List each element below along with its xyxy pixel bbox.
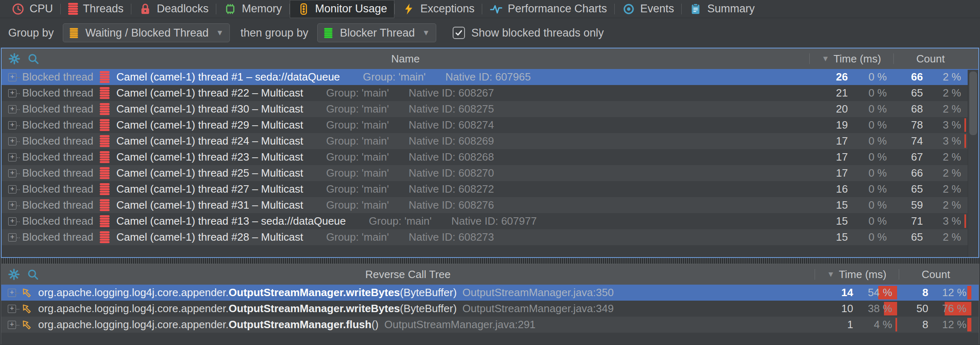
source-location: OutputStreamManager.java:350	[463, 286, 614, 299]
method-icon	[21, 303, 32, 315]
gear-icon[interactable]	[8, 268, 20, 281]
thread-name: Camel (camel-1) thread #29 – Multicast	[116, 119, 303, 131]
thread-group: Group: 'main'	[326, 183, 389, 196]
thread-name: Camel (camel-1) thread #27 – Multicast	[116, 183, 303, 196]
thread-group: Group: 'main'	[326, 151, 389, 163]
table-row[interactable]: +Blocked threadCamel (camel-1) thread #2…	[2, 165, 978, 181]
tab-deadlocks[interactable]: Deadlocks	[131, 0, 216, 18]
blocked-thread-icon	[100, 188, 110, 190]
thread-native-id: Native ID: 608268	[409, 151, 494, 163]
expand-icon[interactable]: +	[8, 137, 16, 145]
thread-bars-icon	[68, 8, 78, 10]
expand-icon[interactable]: +	[8, 185, 16, 193]
expand-icon[interactable]: +	[8, 121, 16, 129]
scrollbar-thumb[interactable]	[969, 71, 977, 135]
table-row[interactable]: +Blocked threadCamel (camel-1) thread #2…	[2, 181, 978, 197]
call-tree-header: Reverse Call Tree Time (ms) Count	[1, 264, 979, 285]
count-cell: 66	[893, 165, 930, 181]
gear-icon[interactable]	[8, 53, 21, 65]
show-blocked-threads-checkbox-group[interactable]: Show blocked threads only	[453, 27, 604, 39]
expand-icon[interactable]: +	[8, 73, 16, 81]
method-icon	[21, 319, 32, 331]
table-row[interactable]: +Blocked threadCamel (camel-1) thread #2…	[2, 85, 978, 101]
column-header-count[interactable]: Count	[899, 264, 973, 285]
column-header-name[interactable]: Name	[391, 53, 419, 65]
table-row[interactable]: +org.apache.logging.log4j.core.appender.…	[1, 317, 979, 333]
then-group-by-dropdown[interactable]: Blocker Thread ▼	[317, 23, 436, 42]
table-row[interactable]: +Blocked threadCamel (camel-1) thread #1…	[2, 213, 978, 229]
column-header-time[interactable]: Time (ms)	[815, 264, 899, 285]
expand-icon[interactable]: +	[8, 89, 16, 97]
sort-desc-icon	[822, 54, 829, 63]
expand-icon[interactable]: +	[8, 153, 16, 161]
table-row[interactable]: +org.apache.logging.log4j.core.appender.…	[1, 285, 979, 301]
clipboard-icon	[689, 2, 702, 16]
search-icon[interactable]	[27, 268, 39, 281]
tab-monitor-usage[interactable]: Monitor Usage	[290, 0, 395, 18]
row-name-cell: +org.apache.logging.log4j.core.appender.…	[1, 285, 815, 301]
table-row[interactable]: +Blocked threadCamel (camel-1) thread #2…	[2, 149, 978, 165]
time-cell: 20	[809, 101, 854, 117]
time-cell: 15	[809, 213, 854, 229]
panel-splitter[interactable]	[1, 258, 979, 264]
column-header-count[interactable]: Count	[893, 48, 968, 69]
method-signature: ()	[371, 318, 378, 331]
blocked-thread-icon	[100, 76, 110, 78]
thread-kind-label: Blocked thread	[22, 87, 93, 99]
expand-icon[interactable]: +	[8, 233, 16, 242]
thread-native-id: Native ID: 608270	[409, 167, 494, 179]
thread-group: Group: 'main'	[326, 119, 389, 131]
count-percent-cell: 2 %	[930, 165, 968, 181]
method-icon	[21, 287, 32, 299]
table-row[interactable]: +Blocked threadCamel (camel-1) thread #2…	[2, 117, 978, 133]
expand-icon[interactable]: +	[8, 321, 16, 329]
expand-icon[interactable]: +	[8, 105, 16, 113]
search-icon[interactable]	[27, 53, 39, 65]
count-percent-cell: 2 %	[930, 181, 968, 197]
tab-label: Exceptions	[420, 2, 474, 15]
thread-name: Camel (camel-1) thread #31 – Multicast	[116, 199, 303, 212]
row-name-cell: +Blocked threadCamel (camel-1) thread #1…	[2, 213, 809, 229]
tab-memory[interactable]: Memory	[216, 0, 289, 18]
tab-cpu[interactable]: CPU	[4, 0, 60, 18]
thread-native-id: Native ID: 608274	[409, 119, 494, 131]
group-by-dropdown[interactable]: Waiting / Blocked Thread ▼	[63, 23, 230, 42]
time-percent-cell: 0 %	[854, 69, 893, 85]
count-cell: 8	[899, 285, 935, 301]
waveform-icon	[490, 2, 503, 16]
expand-icon[interactable]: +	[8, 289, 16, 297]
expand-icon[interactable]: +	[8, 305, 16, 313]
thread-kind-label: Blocked thread	[22, 215, 93, 228]
thread-name: Camel (camel-1) thread #13 – seda://data…	[116, 215, 346, 228]
tab-performance-charts[interactable]: Performance Charts	[482, 0, 614, 18]
checkbox-checked-icon[interactable]	[453, 27, 465, 39]
column-header-time[interactable]: Time (ms)	[809, 48, 893, 69]
target-icon	[622, 2, 635, 16]
tab-label: Deadlocks	[157, 2, 208, 15]
table-row[interactable]: +Blocked threadCamel (camel-1) thread #1…	[2, 69, 978, 85]
percent-bar	[964, 134, 966, 148]
table-row[interactable]: +org.apache.logging.log4j.core.appender.…	[1, 301, 979, 317]
count-percent-cell: 2 %	[930, 197, 968, 213]
time-percent-cell: 0 %	[854, 133, 893, 149]
tab-events[interactable]: Events	[615, 0, 682, 18]
thread-native-id: Native ID: 608269	[409, 135, 494, 147]
table-row[interactable]: +Blocked threadCamel (camel-1) thread #3…	[2, 197, 978, 213]
show-blocked-threads-label: Show blocked threads only	[472, 27, 604, 39]
tab-label: Monitor Usage	[315, 2, 387, 15]
thread-native-id: Native ID: 608267	[409, 87, 494, 99]
calltree-rows: +org.apache.logging.log4j.core.appender.…	[1, 285, 979, 333]
table-row[interactable]: +Blocked threadCamel (camel-1) thread #2…	[2, 133, 978, 149]
thread-group: Group: 'main'	[363, 71, 426, 83]
tab-threads[interactable]: Threads	[61, 0, 131, 18]
table-row[interactable]: +Blocked threadCamel (camel-1) thread #3…	[2, 101, 978, 117]
table-row[interactable]: +Blocked threadCamel (camel-1) thread #2…	[2, 229, 978, 245]
expand-icon[interactable]: +	[8, 169, 16, 177]
vertical-scrollbar[interactable]	[968, 70, 978, 257]
tab-summary[interactable]: Summary	[682, 0, 762, 18]
expand-icon[interactable]: +	[8, 217, 16, 225]
thread-group: Group: 'main'	[326, 87, 389, 99]
tab-exceptions[interactable]: Exceptions	[395, 0, 482, 18]
expand-icon[interactable]: +	[8, 201, 16, 209]
column-header-reverse-call-tree[interactable]: Reverse Call Tree	[365, 268, 451, 281]
